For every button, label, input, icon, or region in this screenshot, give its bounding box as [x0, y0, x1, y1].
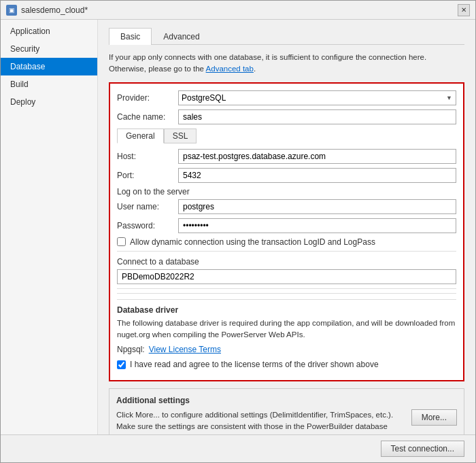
tab-advanced[interactable]: Advanced — [152, 28, 211, 45]
window-title: salesdemo_cloud* — [21, 5, 454, 15]
connect-db-section: Connect to a database — [117, 257, 456, 284]
tab-basic[interactable]: Basic — [109, 28, 152, 45]
driver-desc: The following database driver is require… — [117, 318, 456, 341]
more-button[interactable]: More... — [411, 409, 457, 426]
password-row: Password: — [117, 218, 456, 233]
additional-settings-section: Additional settings Click More... to con… — [109, 388, 464, 434]
provider-select[interactable]: PostgreSQL — [178, 90, 456, 105]
cache-name-label: Cache name: — [117, 112, 178, 122]
close-button[interactable]: ✕ — [458, 4, 470, 16]
additional-settings-title: Additional settings — [116, 396, 457, 405]
dynamic-connection-row: Allow dynamic connection using the trans… — [117, 237, 456, 247]
database-config-box: Provider: PostgreSQL Cache name: Gener — [109, 82, 464, 382]
password-input[interactable] — [178, 218, 456, 233]
port-input[interactable] — [178, 168, 456, 183]
divider-2 — [117, 288, 456, 289]
port-label: Port: — [117, 171, 178, 180]
sidebar-item-build[interactable]: Build — [1, 75, 97, 93]
sidebar-item-database[interactable]: Database — [1, 58, 97, 75]
app-icon: ▣ — [6, 5, 17, 16]
username-label: User name: — [117, 202, 178, 211]
password-label: Password: — [117, 221, 178, 230]
sidebar-item-security[interactable]: Security — [1, 40, 97, 58]
sidebar-item-deploy[interactable]: Deploy — [1, 93, 97, 111]
npgsql-label: Npgsql: — [117, 345, 145, 354]
driver-npgsql-row: Npgsql: View License Terms — [117, 345, 456, 354]
provider-label: Provider: — [117, 93, 178, 103]
provider-row: Provider: PostgreSQL — [117, 90, 456, 105]
driver-title: Database driver — [117, 305, 456, 315]
test-connection-button[interactable]: Test connection... — [381, 441, 464, 457]
connect-db-label: Connect to a database — [117, 257, 456, 267]
divider-3 — [117, 293, 456, 294]
agree-checkbox[interactable] — [117, 360, 126, 369]
additional-settings-content: Click More... to configure additional se… — [116, 409, 457, 434]
logon-section-label: Log on to the server — [117, 187, 456, 196]
sidebar: Application Security Database Build Depl… — [1, 20, 98, 434]
provider-select-wrapper[interactable]: PostgreSQL — [178, 90, 456, 105]
username-input[interactable] — [178, 199, 456, 214]
sub-tab-general[interactable]: General — [117, 128, 164, 143]
license-terms-link[interactable]: View License Terms — [149, 345, 221, 354]
agree-checkbox-row: I have read and agree to the license ter… — [117, 360, 456, 369]
username-row: User name: — [117, 199, 456, 214]
host-input[interactable] — [178, 149, 456, 164]
dynamic-connection-checkbox[interactable] — [117, 237, 126, 246]
cache-name-input[interactable] — [178, 109, 456, 124]
info-text: If your app only connects with one datab… — [109, 52, 464, 75]
driver-section: Database driver The following database d… — [117, 299, 456, 370]
bottom-bar: Test connection... — [1, 434, 475, 462]
host-row: Host: — [117, 149, 456, 164]
sidebar-item-application[interactable]: Application — [1, 22, 97, 40]
cache-name-row: Cache name: — [117, 109, 456, 124]
main-content: Basic Advanced If your app only connects… — [98, 20, 475, 434]
sub-tab-bar: General SSL — [117, 128, 456, 143]
sub-tab-ssl[interactable]: SSL — [164, 128, 197, 143]
connect-db-input[interactable] — [117, 269, 456, 284]
advanced-tab-link[interactable]: Advanced tab — [206, 65, 254, 73]
titlebar: ▣ salesdemo_cloud* ✕ — [1, 1, 475, 20]
additional-settings-desc: Click More... to configure additional se… — [116, 409, 405, 434]
dynamic-connection-label: Allow dynamic connection using the trans… — [130, 237, 375, 247]
icon-text: ▣ — [9, 7, 15, 14]
port-row: Port: — [117, 168, 456, 183]
agree-label: I have read and agree to the license ter… — [130, 360, 379, 369]
divider-1 — [117, 251, 456, 252]
host-label: Host: — [117, 152, 178, 161]
tab-bar: Basic Advanced — [109, 28, 464, 45]
